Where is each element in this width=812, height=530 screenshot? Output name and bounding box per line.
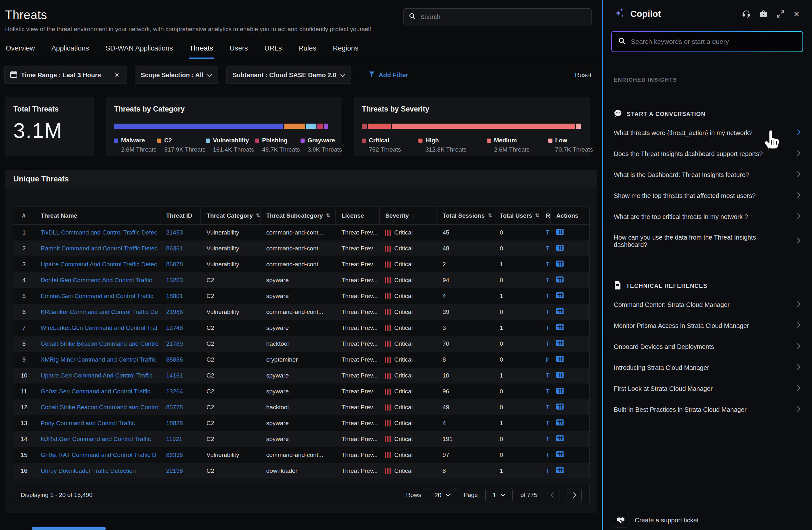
threat-id-link[interactable]: 13264 [166, 388, 183, 395]
column-header-threat-subcategory[interactable]: Threat Subcategory⇅ [261, 207, 336, 224]
table-action-icon[interactable] [556, 229, 564, 237]
table-action-icon[interactable] [556, 419, 564, 427]
column-header-actions[interactable]: Actions [551, 207, 589, 224]
copilot-search[interactable] [611, 31, 803, 52]
table-action-icon[interactable] [556, 276, 564, 284]
threat-id-link[interactable]: 18828 [166, 420, 183, 426]
table-action-icon[interactable] [556, 403, 564, 411]
tab-urls[interactable]: URLs [264, 40, 282, 59]
copilot-suggestion[interactable]: How can you use the data from the Threat… [614, 227, 800, 255]
tab-rules[interactable]: Rules [298, 40, 317, 59]
threat-id-link[interactable]: 21453 [166, 229, 183, 236]
ref-link[interactable]: T [546, 293, 550, 299]
global-search[interactable] [404, 8, 592, 25]
threat-name-link[interactable]: Cobalt Strike Beacon Command and Contro [41, 404, 159, 411]
table-action-icon[interactable] [556, 435, 564, 443]
close-icon[interactable]: × [794, 9, 799, 19]
sort-desc-icon[interactable]: ↓ [412, 212, 415, 219]
ref-link[interactable]: T [546, 388, 550, 395]
column-header-threat-id[interactable]: Threat ID [160, 207, 201, 224]
create-support-ticket[interactable]: Create a support ticket [614, 513, 699, 528]
sort-icon[interactable]: ⇅ [488, 212, 492, 219]
ref-link[interactable]: T [546, 404, 550, 411]
threat-id-link[interactable]: 85778 [166, 404, 183, 411]
threat-name-link[interactable]: Emotet.Gen Command and Control Traffic [41, 293, 153, 299]
copilot-suggestion[interactable]: Does the Threat Insights dashboard suppo… [614, 143, 800, 164]
remove-time-filter-icon[interactable]: × [113, 71, 120, 80]
assistant-headset-icon[interactable] [742, 10, 750, 18]
page-select[interactable]: 1 [485, 488, 513, 502]
ref-link[interactable]: T [546, 340, 550, 347]
copilot-search-input[interactable] [631, 38, 796, 45]
ref-link[interactable]: T [546, 229, 550, 236]
threat-name-link[interactable]: XMRig Miner Command and Control Traffic [41, 356, 156, 363]
ref-link[interactable]: T [546, 261, 550, 268]
table-action-icon[interactable] [556, 340, 564, 348]
previous-page-button[interactable] [545, 488, 560, 502]
threat-name-link[interactable]: Gh0st.Gen Command and Control Traffic [41, 388, 150, 395]
table-action-icon[interactable] [556, 292, 564, 300]
copilot-suggestion[interactable]: What are the top critical threats in my … [614, 206, 800, 227]
table-action-icon[interactable] [556, 356, 564, 363]
threat-name-link[interactable]: Upatre Command And Control Traffic Detec [41, 261, 157, 268]
next-page-button[interactable] [567, 488, 582, 502]
ref-link[interactable]: T [546, 309, 550, 315]
threat-id-link[interactable]: 21789 [166, 340, 183, 347]
threat-id-link[interactable]: 86336 [166, 452, 183, 458]
threat-name-link[interactable]: Dorifel.Gen Command And Control Traffic [41, 277, 152, 284]
copilot-suggestion[interactable]: Command Center: Strata Cloud Manager [614, 294, 800, 315]
threat-name-link[interactable]: WireLurker.Gen Command and Control Traf [41, 325, 158, 331]
tab-sd-wan-applications[interactable]: SD-WAN Applications [105, 40, 173, 59]
tab-applications[interactable]: Applications [51, 40, 90, 59]
threat-id-link[interactable]: 13748 [166, 325, 183, 331]
threat-id-link[interactable]: 13263 [166, 277, 183, 284]
threat-id-link[interactable]: 18801 [166, 293, 183, 299]
copilot-suggestion[interactable]: Built-In Best Practices in Strata Cloud … [614, 399, 800, 420]
search-input[interactable] [420, 13, 586, 21]
column-header-total-users[interactable]: Total Users⇅ [494, 207, 540, 224]
copilot-suggestion[interactable]: What threats were {threat_action} in my … [614, 122, 800, 143]
table-action-icon[interactable] [556, 245, 564, 252]
threat-name-link[interactable]: NJRat.Gen Command and Control Traffic [41, 435, 151, 442]
ref-link[interactable]: T [546, 452, 550, 458]
ref-link[interactable]: T [546, 435, 550, 442]
rows-per-page-select[interactable]: 20 [429, 488, 456, 502]
add-filter-button[interactable]: Add Filter [368, 71, 408, 79]
expand-icon[interactable] [777, 10, 785, 18]
subtenant-filter[interactable]: Subtenant : Cloud SASE Demo 2.0 [227, 66, 351, 84]
threat-name-link[interactable]: Gh0st RAT Command and Control Traffic D [41, 452, 156, 458]
threat-name-link[interactable]: Upatre.Gen Command And Control Traffic [41, 372, 153, 379]
threat-name-link[interactable]: Unruy Downloader Traffic Detection [41, 468, 136, 474]
tab-threats[interactable]: Threats [189, 40, 214, 59]
ref-link[interactable]: T [546, 468, 550, 474]
ref-link[interactable]: T [546, 245, 550, 252]
table-action-icon[interactable] [556, 372, 564, 379]
threat-name-link[interactable]: Ramnit Command and Control Traffic Detec [41, 245, 158, 252]
column-header-r[interactable]: R [540, 207, 551, 224]
table-action-icon[interactable] [556, 451, 564, 459]
threat-id-link[interactable]: 85886 [166, 356, 183, 363]
table-action-icon[interactable] [556, 308, 564, 316]
column-header-threat-category[interactable]: Threat Category⇅ [201, 207, 261, 224]
copilot-suggestion[interactable]: What is the Dashboard: Threat Insights f… [614, 164, 800, 185]
briefcase-icon[interactable] [759, 10, 768, 18]
ref-link[interactable]: T [546, 372, 550, 379]
scope-selection-filter[interactable]: Scope Selection : All [135, 66, 218, 84]
ref-link[interactable]: T [546, 420, 550, 426]
table-action-icon[interactable] [556, 388, 564, 395]
column-header-total-sessions[interactable]: Total Sessions⇅ [437, 207, 494, 224]
sort-icon[interactable]: ⇅ [535, 212, 539, 219]
table-action-icon[interactable] [556, 260, 564, 268]
table-action-icon[interactable] [556, 324, 564, 332]
threat-id-link[interactable]: 14161 [166, 372, 183, 379]
tab-overview[interactable]: Overview [5, 40, 35, 59]
tab-regions[interactable]: Regions [332, 40, 359, 59]
tab-users[interactable]: Users [229, 40, 248, 59]
threat-id-link[interactable]: 22198 [166, 468, 183, 474]
threat-id-link[interactable]: 11921 [166, 435, 182, 442]
copilot-suggestion[interactable]: Onboard Devices and Deployments [614, 336, 800, 357]
reset-button[interactable]: Reset [575, 71, 592, 79]
threat-name-link[interactable]: TixDLL Command and Control Traffic Detec [41, 229, 157, 236]
sort-icon[interactable]: ⇅ [256, 212, 260, 219]
copilot-suggestion[interactable]: Show me the top threats that affected mo… [614, 185, 800, 206]
